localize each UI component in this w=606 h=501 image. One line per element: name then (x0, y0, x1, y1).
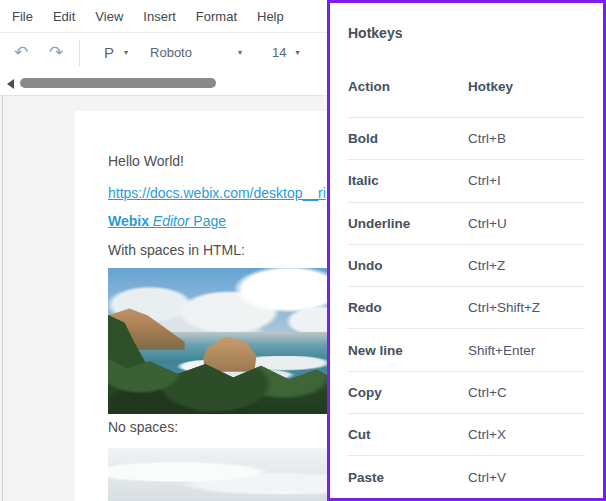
table-row: Undo Ctrl+Z (348, 244, 585, 286)
table-row: Redo Ctrl+Shift+Z (348, 286, 585, 328)
hotkey-combo-label: Ctrl+I (468, 173, 501, 188)
paragraph-with-spaces: With spaces in HTML: (108, 242, 245, 258)
paragraph-hello: Hello World! (108, 153, 184, 169)
table-row: Italic Ctrl+I (348, 159, 585, 201)
hotkey-combo-label: Shift+Enter (468, 343, 535, 358)
paragraph-style-label: P (104, 44, 114, 61)
column-header-hotkey: Hotkey (468, 79, 513, 94)
photo2-sky (108, 448, 340, 501)
hotkeys-panel-title: Hotkeys (348, 25, 402, 41)
font-family-dropdown[interactable]: Roboto ▾ (150, 45, 242, 60)
hotkey-action-label: Italic (348, 173, 468, 188)
chevron-down-icon: ▾ (238, 48, 242, 57)
toolbar-divider (79, 40, 80, 66)
table-row: Bold Ctrl+B (348, 117, 585, 159)
paragraph-url-link: https://docs.webix.com/desktop__ri (108, 185, 326, 201)
menu-insert[interactable]: Insert (143, 9, 176, 24)
document-canvas: Hello World! https://docs.webix.com/desk… (0, 95, 327, 501)
paragraph-no-spaces: No spaces: (108, 419, 178, 435)
hotkey-action-label: Cut (348, 427, 468, 442)
mountain-silhouette-photo[interactable] (108, 448, 340, 501)
menu-edit[interactable]: Edit (53, 9, 75, 24)
hotkey-action-label: Redo (348, 300, 468, 315)
scroll-left-arrow-icon[interactable] (7, 79, 14, 89)
hotkey-combo-label: Ctrl+Shift+Z (468, 300, 540, 315)
undo-icon[interactable]: ↶ (12, 44, 30, 61)
table-row: Copy Ctrl+C (348, 371, 585, 413)
rich-text-editor-app: File Edit View Insert Format Help ↶ ↷ P … (0, 0, 606, 501)
coastal-cliff-photo[interactable] (108, 268, 340, 414)
table-row: Cut Ctrl+X (348, 413, 585, 455)
hotkey-combo-label: Ctrl+U (468, 216, 507, 231)
table-row: New line Shift+Enter (348, 328, 585, 370)
menu-help[interactable]: Help (257, 9, 284, 24)
url-link[interactable]: https://docs.webix.com/desktop__ri (108, 185, 326, 201)
toolbar: ↶ ↷ P ▾ Roboto ▾ 14 ▾ (0, 33, 327, 72)
document-page[interactable]: Hello World! https://docs.webix.com/desk… (75, 111, 335, 501)
hotkey-action-label: Copy (348, 385, 468, 400)
table-row: Paste Ctrl+V (348, 455, 585, 497)
scrollbar-thumb[interactable] (20, 78, 216, 88)
hotkey-action-label: Undo (348, 258, 468, 273)
hotkey-action-label: Paste (348, 470, 468, 485)
hotkey-action-label: Underline (348, 216, 468, 231)
link-italic-part: Editor (149, 213, 189, 229)
hotkey-combo-label: Ctrl+C (468, 385, 507, 400)
hotkey-combo-label: Ctrl+Z (468, 258, 505, 273)
table-row: Underline Ctrl+U (348, 202, 585, 244)
menubar: File Edit View Insert Format Help (0, 0, 327, 33)
canvas-left-edge (2, 96, 3, 501)
column-header-action: Action (348, 79, 468, 94)
font-size-value: 14 (272, 45, 286, 60)
chevron-down-icon: ▾ (124, 48, 128, 57)
horizontal-scrollbar[interactable] (0, 72, 327, 95)
webix-editor-page-link[interactable]: Webix Editor Page (108, 213, 226, 229)
font-size-dropdown[interactable]: 14 ▾ (272, 45, 299, 60)
link-regular-part: Page (189, 213, 226, 229)
redo-icon[interactable]: ↷ (47, 44, 65, 61)
editor-region: File Edit View Insert Format Help ↶ ↷ P … (0, 0, 327, 501)
paragraph-style-dropdown[interactable]: P ▾ (104, 44, 128, 61)
menu-view[interactable]: View (95, 9, 123, 24)
hotkey-combo-label: Ctrl+X (468, 427, 506, 442)
hotkeys-panel: Hotkeys Action Hotkey Bold Ctrl+B Italic… (327, 0, 606, 501)
hotkey-action-label: New line (348, 343, 468, 358)
menu-file[interactable]: File (12, 9, 33, 24)
paragraph-webix-link: Webix Editor Page (108, 213, 226, 229)
hotkey-combo-label: Ctrl+V (468, 470, 506, 485)
chevron-down-icon: ▾ (296, 48, 300, 57)
link-bold-part: Webix (108, 213, 149, 229)
hotkey-combo-label: Ctrl+B (468, 131, 506, 146)
hotkey-rows: Bold Ctrl+B Italic Ctrl+I Underline Ctrl… (348, 117, 585, 498)
hotkey-action-label: Bold (348, 131, 468, 146)
hotkeys-table-header: Action Hotkey (348, 79, 585, 94)
menu-format[interactable]: Format (196, 9, 237, 24)
font-family-value: Roboto (150, 45, 192, 60)
